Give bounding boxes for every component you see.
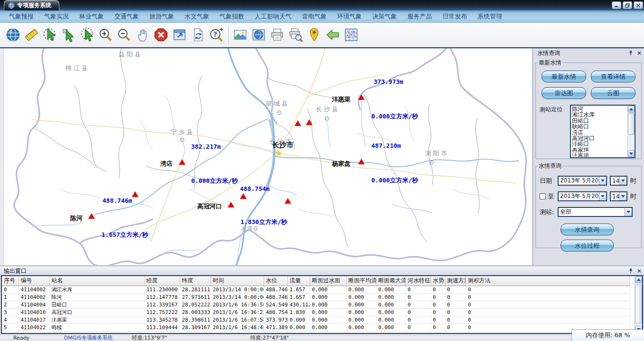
station-triangle-marker[interactable]: [88, 213, 95, 219]
station-triangle-marker[interactable]: [358, 94, 365, 100]
menu-item-12[interactable]: 服务产品: [402, 12, 437, 21]
radar-image-button[interactable]: 雷达图: [542, 87, 586, 99]
print-preview-icon[interactable]: [286, 25, 305, 45]
menu-item-2[interactable]: 气象实况: [39, 12, 74, 21]
end-hour-combo[interactable]: 14: [610, 191, 627, 201]
menu-item-4[interactable]: 交通气象: [109, 12, 144, 21]
lasso-select-icon[interactable]: [78, 25, 96, 45]
dropdown-arrow-icon[interactable]: [625, 208, 632, 216]
menu-item-11[interactable]: 决策气象: [367, 12, 402, 21]
menu-item-3[interactable]: 林业气象: [74, 12, 109, 21]
menu-item-6[interactable]: 水文气象: [179, 12, 214, 21]
listbox-item[interactable]: 耿峪口: [572, 124, 626, 129]
scroll-down-icon[interactable]: [628, 150, 635, 157]
scroll-thumb[interactable]: [628, 114, 635, 135]
station-triangle-marker[interactable]: [306, 119, 313, 125]
column-header[interactable]: 序号: [2, 276, 18, 286]
menu-item-8[interactable]: 人工影响天气: [249, 12, 297, 21]
menu-item-14[interactable]: 系统管理: [472, 12, 507, 21]
table-row[interactable]: 541104022鸣犊113.10944428.3091672013/1/6 1…: [2, 323, 629, 331]
start-date-combo[interactable]: 2013年 5月20日: [558, 176, 607, 186]
column-header[interactable]: 断面过水面: [310, 276, 346, 286]
pan-hand-icon[interactable]: [133, 25, 152, 45]
to-checkbox[interactable]: [540, 193, 546, 199]
scroll-thumb[interactable]: [635, 285, 642, 323]
column-header[interactable]: 水位: [264, 276, 287, 286]
select-arrow-icon[interactable]: [59, 25, 78, 45]
column-header[interactable]: 经度: [144, 276, 180, 286]
menu-item-7[interactable]: 气象指数: [214, 12, 249, 21]
column-header[interactable]: 流量: [287, 276, 310, 286]
stop-icon[interactable]: [152, 25, 170, 45]
station-triangle-marker[interactable]: [240, 193, 247, 199]
panel-close-icon[interactable]: ×: [636, 50, 642, 56]
column-header[interactable]: 时间: [211, 276, 264, 286]
menu-item-5[interactable]: 旅游气象: [144, 12, 179, 21]
water-level-process-button[interactable]: 水位过程: [561, 240, 614, 251]
station-listbox[interactable]: 陈河湘江水库田峪口耿峪口涝店高冠河口沣峪口冉家坪沣惠渠: [570, 105, 635, 158]
table-row[interactable]: 341104010高冠河口112.75722228.0033332013/1/6…: [2, 308, 629, 316]
column-header[interactable]: 纬度: [180, 276, 211, 286]
back-arrow-icon[interactable]: [323, 25, 342, 45]
table-scrollbar[interactable]: [635, 276, 642, 333]
panel-close-icon[interactable]: ×: [636, 268, 642, 274]
zoom-out-icon[interactable]: [115, 25, 133, 45]
latest-water-button[interactable]: 最新水情: [542, 71, 586, 82]
locate-pin-icon[interactable]: [305, 25, 323, 45]
dropdown-arrow-icon[interactable]: [619, 192, 626, 200]
table-row[interactable]: 041104002湘江水库111.23000028.2811112013/3/1…: [2, 286, 629, 293]
measure-icon[interactable]: [22, 25, 41, 45]
overview-map-icon[interactable]: [249, 25, 268, 45]
scroll-up-icon[interactable]: [635, 276, 642, 283]
dropdown-arrow-icon[interactable]: [619, 177, 626, 185]
table-row[interactable]: 641104024库峪口112.98877828.2880562013/1/6 …: [2, 331, 629, 334]
listbox-item[interactable]: 沣惠渠: [572, 153, 626, 157]
zoom-in-icon[interactable]: [96, 25, 115, 45]
column-header[interactable]: 编号: [18, 276, 49, 286]
table-row[interactable]: 141104002陈河112.14777827.9736112013/3/14 …: [2, 293, 629, 301]
select-feature-icon[interactable]: [41, 25, 59, 45]
menu-item-9[interactable]: 雷电气象: [297, 12, 332, 21]
globe-icon[interactable]: [4, 25, 22, 45]
column-header[interactable]: 河水特征码: [405, 276, 431, 286]
dropdown-arrow-icon[interactable]: [599, 192, 606, 200]
start-hour-combo[interactable]: 14: [610, 176, 627, 186]
station-triangle-marker[interactable]: [179, 159, 185, 165]
restore-button[interactable]: [623, 1, 632, 9]
pin-icon[interactable]: [628, 50, 634, 56]
listbox-item[interactable]: 沣峪口: [572, 141, 626, 147]
station-triangle-marker[interactable]: [294, 120, 301, 126]
full-extent-icon[interactable]: [170, 25, 189, 45]
image-export-icon[interactable]: [231, 25, 249, 45]
station-combo[interactable]: 全部: [558, 207, 633, 217]
scroll-up-icon[interactable]: [628, 106, 635, 113]
column-header[interactable]: 水势: [431, 276, 445, 286]
station-triangle-marker[interactable]: [358, 159, 365, 164]
menu-item-1[interactable]: 气象预报: [4, 12, 39, 21]
column-header[interactable]: 测速方法: [445, 276, 466, 286]
grid-map-icon[interactable]: [342, 25, 360, 45]
cloud-image-button[interactable]: 云图: [591, 87, 635, 99]
column-header[interactable]: 测积方法: [466, 276, 629, 286]
listbox-item[interactable]: 湘江水库: [572, 112, 626, 117]
pin-icon[interactable]: [628, 268, 634, 274]
table-row[interactable]: 441104017沣惠渠113.34527828.3986112013/1/6 …: [2, 316, 629, 323]
identify-zoom-icon[interactable]: ?: [207, 25, 226, 45]
menu-item-13[interactable]: 日常发布: [437, 12, 472, 21]
column-header[interactable]: 断面最大流: [376, 276, 405, 286]
water-query-button[interactable]: 水情查询: [561, 224, 614, 235]
station-triangle-marker[interactable]: [285, 198, 291, 204]
dropdown-arrow-icon[interactable]: [599, 177, 606, 185]
minimize-button[interactable]: [612, 1, 621, 9]
listbox-scrollbar[interactable]: [627, 106, 635, 157]
print-icon[interactable]: [268, 25, 286, 45]
column-header[interactable]: 断面平均流: [346, 276, 376, 286]
table-row[interactable]: 241104004田峪口112.33916728.0522222013/1/6 …: [2, 301, 629, 308]
menu-item-10[interactable]: 环境气象: [332, 12, 367, 21]
end-date-combo[interactable]: 2013年 5月20日: [558, 191, 607, 201]
view-details-button[interactable]: 查看详情: [591, 71, 635, 82]
column-header[interactable]: 站名: [49, 276, 144, 286]
station-triangle-marker[interactable]: [132, 191, 138, 197]
refresh-page-icon[interactable]: [189, 25, 207, 45]
close-button[interactable]: [634, 1, 643, 9]
